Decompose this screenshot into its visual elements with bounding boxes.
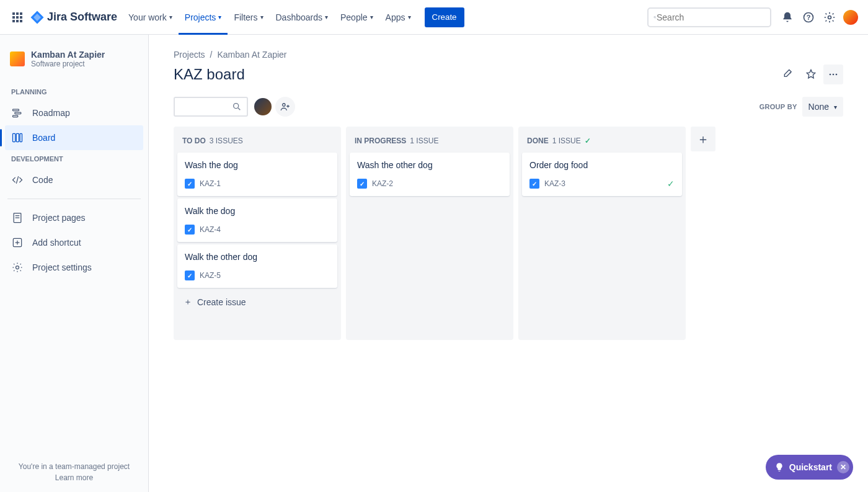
issue-card[interactable]: Walk the other dog KAZ-5: [177, 244, 337, 288]
nav-apps[interactable]: Apps▾: [379, 0, 417, 35]
profile-avatar[interactable]: [841, 7, 861, 27]
sidebar-item-roadmap[interactable]: Roadmap: [5, 101, 143, 125]
nav-your-work[interactable]: Your work▾: [122, 0, 179, 35]
star-icon[interactable]: [801, 65, 821, 84]
more-icon[interactable]: [823, 65, 843, 84]
app-switcher-icon[interactable]: [7, 7, 27, 27]
chevron-down-icon: ▾: [370, 14, 373, 20]
sidebar-item-code[interactable]: Code: [5, 168, 143, 192]
main-content: Projects / Kamban At Zapier KAZ board: [149, 35, 868, 492]
notifications-icon[interactable]: [777, 7, 797, 27]
section-development: DEVELOPMENT: [5, 150, 143, 168]
card-title: Wash the other dog: [357, 160, 502, 170]
project-name: Kamban At Zapier: [31, 50, 105, 60]
board-icon: [11, 132, 24, 144]
board-column: DONE 1 ISSUE ✓ Order dog food KAZ-3 ✓: [518, 127, 686, 340]
svg-point-18: [830, 74, 831, 76]
svg-rect-6: [15, 112, 21, 114]
issue-card[interactable]: Walk the dog KAZ-4: [177, 199, 337, 242]
svg-point-0: [654, 16, 656, 17]
close-icon[interactable]: ✕: [837, 461, 849, 473]
column-header[interactable]: DONE 1 ISSUE ✓: [521, 129, 683, 153]
card-key: KAZ-2: [372, 179, 393, 188]
issue-card[interactable]: Wash the dog KAZ-1: [177, 153, 337, 196]
chevron-down-icon: ▾: [834, 104, 837, 110]
task-type-icon: [529, 179, 539, 189]
page-title: KAZ board: [174, 66, 245, 83]
breadcrumb: Projects / Kamban At Zapier: [174, 50, 843, 60]
svg-line-22: [238, 108, 240, 110]
add-shortcut-icon: [11, 236, 24, 249]
project-avatar: [10, 51, 25, 66]
product-name: Jira Software: [47, 11, 117, 24]
done-check-icon: ✓: [667, 179, 675, 189]
column-header[interactable]: IN PROGRESS 1 ISSUE: [348, 129, 511, 153]
svg-point-17: [16, 266, 19, 269]
task-type-icon: [185, 271, 195, 280]
plus-icon: ＋: [184, 297, 192, 308]
quickstart-pill[interactable]: Quickstart ✕: [766, 455, 853, 480]
group-by-label: GROUP BY: [760, 103, 797, 110]
chevron-down-icon: ▾: [218, 14, 221, 20]
card-title: Walk the other dog: [185, 252, 330, 262]
svg-rect-9: [16, 133, 19, 141]
search-icon: [232, 102, 242, 112]
project-type: Software project: [31, 60, 105, 68]
group-by-select[interactable]: None ▾: [802, 97, 843, 117]
kanban-board: TO DO 3 ISSUES Wash the dog KAZ-1 Walk t…: [174, 127, 843, 340]
issue-card[interactable]: Wash the other dog KAZ-2: [350, 153, 510, 196]
add-people-button[interactable]: [275, 97, 295, 117]
svg-point-23: [283, 104, 286, 107]
project-header[interactable]: Kamban At Zapier Software project: [5, 50, 143, 83]
svg-point-20: [836, 74, 838, 76]
chevron-down-icon: ▾: [169, 14, 172, 20]
add-column-button[interactable]: ＋: [691, 127, 715, 151]
lightbulb-icon: [774, 462, 784, 472]
nav-filters[interactable]: Filters▾: [228, 0, 269, 35]
column-header[interactable]: TO DO 3 ISSUES: [176, 129, 339, 153]
sidebar-item-board[interactable]: Board: [5, 125, 143, 150]
issue-card[interactable]: Order dog food KAZ-3 ✓: [522, 153, 682, 196]
card-key: KAZ-3: [544, 179, 565, 188]
global-search[interactable]: [647, 7, 771, 27]
nav-people[interactable]: People▾: [334, 0, 379, 35]
roadmap-icon: [11, 107, 24, 119]
chevron-down-icon: ▾: [325, 14, 328, 20]
svg-rect-10: [20, 133, 22, 141]
breadcrumb-projects[interactable]: Projects: [174, 50, 205, 60]
create-button[interactable]: Create: [425, 7, 464, 27]
sidebar-item-project-pages[interactable]: Project pages: [5, 205, 143, 230]
assignee-avatar[interactable]: [253, 97, 273, 117]
sidebar: Kamban At Zapier Software project PLANNI…: [0, 35, 149, 492]
card-title: Wash the dog: [185, 160, 330, 170]
card-title: Walk the dog: [185, 206, 330, 216]
breadcrumb-project[interactable]: Kamban At Zapier: [217, 50, 286, 60]
footer-learn-more[interactable]: Learn more: [10, 473, 138, 482]
sidebar-item-add-shortcut[interactable]: Add shortcut: [5, 230, 143, 255]
product-logo[interactable]: Jira Software: [30, 10, 117, 25]
card-key: KAZ-4: [200, 225, 221, 234]
nav-projects[interactable]: Projects▾: [179, 0, 228, 35]
task-type-icon: [357, 179, 367, 189]
card-key: KAZ-1: [200, 179, 221, 188]
nav-dashboards[interactable]: Dashboards▾: [270, 0, 335, 35]
svg-point-19: [833, 74, 835, 76]
card-title: Order dog food: [529, 160, 675, 170]
chevron-down-icon: ▾: [260, 14, 264, 20]
create-issue-button[interactable]: ＋Create issue: [176, 290, 339, 314]
release-icon[interactable]: [779, 65, 799, 84]
svg-point-21: [234, 104, 239, 109]
svg-line-1: [655, 17, 656, 18]
search-input[interactable]: [657, 12, 765, 22]
svg-rect-8: [13, 133, 16, 141]
board-column: TO DO 3 ISSUES Wash the dog KAZ-1 Walk t…: [174, 127, 341, 340]
board-search[interactable]: [174, 97, 248, 117]
svg-text:?: ?: [807, 14, 811, 21]
chevron-down-icon: ▾: [408, 14, 411, 20]
settings-icon: [11, 261, 24, 274]
settings-icon[interactable]: [820, 7, 839, 27]
pages-icon: [11, 212, 24, 224]
help-icon[interactable]: ?: [799, 7, 818, 27]
sidebar-item-project-settings[interactable]: Project settings: [5, 255, 143, 280]
svg-point-4: [828, 16, 831, 19]
